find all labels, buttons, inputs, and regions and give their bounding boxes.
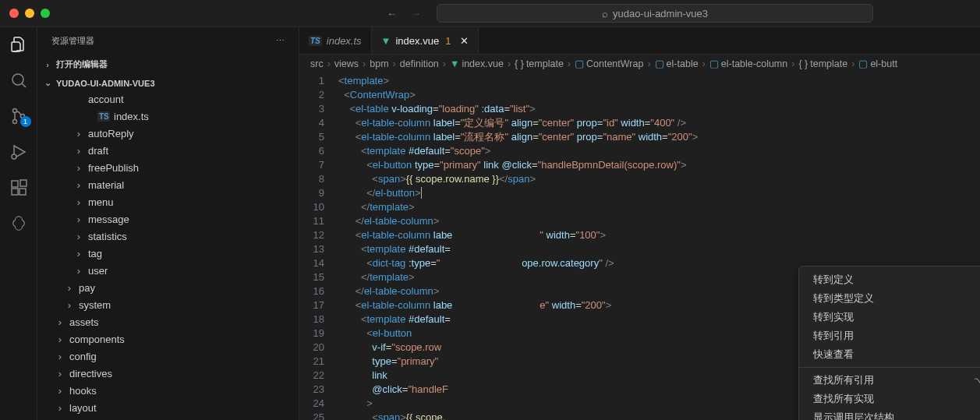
minimize-window-button[interactable] [25, 9, 34, 18]
tree-item[interactable]: ›user [44, 262, 299, 279]
context-menu: 转到定义F12转到类型定义转到实现⌘F12转到引用⇧F12快速查看›查找所有引用… [798, 266, 980, 420]
tree-item[interactable]: ›material [44, 176, 299, 193]
maximize-window-button[interactable] [41, 9, 50, 18]
context-menu-item[interactable]: 查找所有引用⌥⇧F12 [799, 371, 980, 390]
context-menu-item[interactable]: 转到定义F12 [799, 270, 980, 289]
nav-forward-icon[interactable]: → [411, 8, 421, 19]
line-number: 15 [299, 270, 324, 284]
code-line[interactable]: <template #default="scope"> [338, 144, 980, 158]
extensions-icon[interactable] [9, 178, 28, 197]
line-number: 25 [299, 411, 324, 420]
code-line[interactable]: <el-table v-loading="loading" :data="lis… [338, 102, 980, 116]
tree-item[interactable]: ›layout [44, 399, 299, 416]
breadcrumb-segment[interactable]: ContentWrap [586, 58, 643, 69]
tree-item[interactable]: ›assets [44, 313, 299, 330]
tree-item-label: system [79, 299, 111, 311]
tree-item[interactable]: TSindex.ts [44, 108, 299, 125]
tree-item[interactable]: ›menu [44, 193, 299, 210]
code-line[interactable]: <template> [338, 74, 980, 88]
line-number: 13 [299, 242, 324, 256]
breadcrumb-segment[interactable]: bpm [370, 58, 388, 69]
code-line[interactable]: </el-table-column> [338, 214, 980, 228]
breadcrumb-segment[interactable]: index.vue [462, 58, 504, 69]
search-activity-icon[interactable] [9, 71, 28, 90]
project-section[interactable]: ⌄ YUDAO-UI-ADMIN-VUE3 [37, 76, 299, 90]
editor-tab[interactable]: TSindex.ts [299, 27, 372, 54]
tree-item[interactable]: ›pay [44, 279, 299, 296]
code-line[interactable]: </el-button> [338, 186, 980, 200]
tree-item-label: config [69, 351, 97, 362]
breadcrumb-segment[interactable]: template [526, 58, 564, 69]
context-menu-item[interactable]: 转到引用⇧F12 [799, 326, 980, 345]
window-controls [0, 9, 59, 18]
tree-item[interactable]: ›tag [44, 245, 299, 262]
code-line[interactable]: <template #default= [338, 242, 980, 256]
editor-tabs: TSindex.ts▼index.vue1✕ [299, 27, 980, 55]
breadcrumb-segment[interactable]: el-table-column [721, 58, 787, 69]
breadcrumb-segment[interactable]: definition [400, 58, 439, 69]
line-number: 21 [299, 355, 324, 369]
breadcrumb-segment[interactable]: template [810, 58, 847, 69]
line-number: 12 [299, 228, 324, 242]
line-number: 22 [299, 369, 324, 383]
svg-rect-7 [19, 189, 26, 195]
breadcrumb-separator-icon: › [327, 58, 331, 69]
breadcrumb-segment[interactable]: el-butt [870, 58, 897, 69]
chevron-icon: › [73, 162, 84, 174]
code-line[interactable]: <el-button type="primary" link @click="h… [338, 158, 980, 172]
tree-item[interactable]: ›hooks [44, 382, 299, 399]
tree-item[interactable]: ›config [44, 348, 299, 365]
code-line[interactable]: <el-table-column label="流程名称" align="cen… [338, 130, 980, 144]
chatgpt-icon[interactable] [9, 214, 28, 233]
context-menu-item[interactable]: 快速查看› [799, 345, 980, 364]
breadcrumb[interactable]: src›views›bpm›definition›▼ index.vue›{ }… [299, 55, 980, 72]
symbol-icon: ▢ [709, 58, 719, 69]
breadcrumb-segment[interactable]: el-table [667, 58, 699, 69]
file-tree: accountTSindex.ts›autoReply›draft›freePu… [37, 90, 299, 420]
tree-item-label: message [88, 214, 129, 225]
tree-item[interactable]: ›statistics [44, 228, 299, 245]
sidebar-more-icon[interactable]: ⋯ [276, 36, 285, 46]
modified-indicator: 1 [445, 35, 451, 47]
tree-item[interactable]: ›components [44, 330, 299, 348]
tree-item[interactable]: ›system [44, 296, 299, 313]
explorer-icon[interactable] [9, 35, 28, 54]
svg-rect-5 [12, 181, 18, 187]
tree-item[interactable]: ›freePublish [44, 159, 299, 176]
tree-item-label: directives [69, 368, 112, 379]
tree-item-label: hooks [69, 385, 97, 397]
tree-item[interactable]: ›draft [44, 142, 299, 159]
svg-point-2 [12, 120, 16, 124]
code-line[interactable]: <span>{{ scope.row.name }}</span> [338, 172, 980, 186]
context-menu-item[interactable]: 查找所有实现 [799, 390, 980, 408]
editor-tab[interactable]: ▼index.vue1✕ [372, 27, 479, 54]
line-number: 3 [299, 102, 324, 116]
tree-item[interactable]: account [44, 90, 299, 108]
line-number: 10 [299, 200, 324, 214]
nav-back-icon[interactable]: ← [387, 8, 397, 19]
tree-item[interactable]: ›message [44, 210, 299, 228]
context-menu-item[interactable]: 转到实现⌘F12 [799, 308, 980, 326]
code-line[interactable]: <el-table-column label="定义编号" align="cen… [338, 116, 980, 130]
open-editors-section[interactable]: › 打开的编辑器 [37, 56, 299, 72]
code-line[interactable]: </template> [338, 200, 980, 214]
breadcrumb-segment[interactable]: views [334, 58, 359, 69]
command-center[interactable]: ⌕ yudao-ui-admin-vue3 [437, 4, 873, 23]
breadcrumb-segment[interactable]: src [310, 58, 324, 69]
context-menu-item[interactable]: 转到类型定义 [799, 289, 980, 308]
run-debug-icon[interactable] [9, 143, 28, 161]
tree-item[interactable]: ›directives [44, 365, 299, 382]
tree-item[interactable]: ›autoReply [44, 125, 299, 142]
code-line[interactable]: <el-table-column labe " width="100"> [338, 228, 980, 242]
code-line[interactable]: <ContentWrap> [338, 88, 980, 102]
source-control-icon[interactable]: 1 [9, 107, 28, 125]
scm-badge: 1 [20, 116, 31, 127]
line-number: 5 [299, 130, 324, 144]
tab-label: index.vue [395, 35, 439, 47]
context-menu-item[interactable]: 显示调用层次结构⌥⇧ H [799, 408, 980, 420]
tree-item[interactable]: ›locales [44, 416, 299, 420]
line-number: 19 [299, 326, 324, 341]
close-tab-icon[interactable]: ✕ [460, 35, 469, 47]
menu-item-label: 转到定义 [813, 273, 854, 287]
close-window-button[interactable] [9, 9, 19, 18]
